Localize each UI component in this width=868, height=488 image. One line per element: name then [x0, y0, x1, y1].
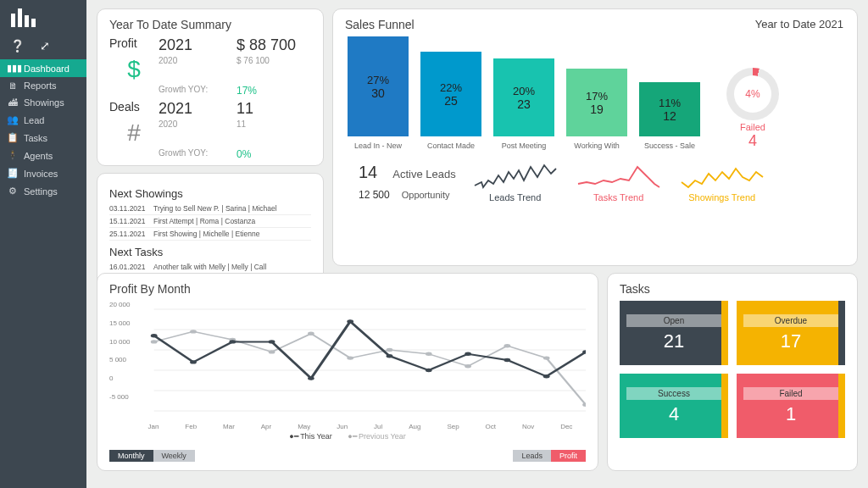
task-label: Failed: [743, 387, 839, 400]
legend-this: This Year: [300, 432, 332, 441]
sparkline: Leads Trend: [473, 162, 558, 202]
funnel-bar: 27% 30: [348, 36, 409, 136]
date: 15.11.2021: [109, 217, 145, 225]
nav-invoices[interactable]: 🧾Invoices: [0, 164, 86, 182]
ytd-value: 11: [236, 100, 304, 118]
nav-showings[interactable]: 🏙Showings: [0, 94, 86, 111]
sidebar: ❔ ⤢ ▮▮▮Dashboard 🗎Reports 🏙Showings 👥Lea…: [0, 0, 86, 488]
ytd-icon: $: [109, 56, 159, 83]
invoice-icon: 🧾: [7, 168, 19, 179]
x-tick: Oct: [486, 423, 496, 430]
svg-point-26: [308, 376, 314, 380]
task-accent: [721, 301, 728, 365]
nav-tasks[interactable]: 📋Tasks: [0, 129, 86, 147]
task-box[interactable]: Failed 1: [737, 374, 845, 438]
expand-icon[interactable]: ⤢: [40, 39, 50, 53]
funnel-pct: 27%: [367, 74, 389, 86]
doc-icon: 🗎: [7, 80, 19, 91]
funnel-bar: 11% 12: [639, 82, 700, 136]
svg-point-18: [465, 364, 471, 368]
svg-point-27: [347, 319, 353, 323]
funnel-bar: 17% 19: [566, 69, 627, 136]
svg-point-19: [504, 344, 511, 347]
list-item[interactable]: 16.01.2021Another talk with Melly | Mell…: [109, 261, 311, 274]
funnel-label: Contact Made: [427, 141, 475, 150]
nav-lead[interactable]: 👥Lead: [0, 111, 86, 129]
funnel-pct: 22%: [440, 81, 462, 94]
ytd-growth-label: Growth YOY:: [159, 85, 236, 97]
svg-point-14: [308, 332, 314, 336]
clipboard-icon: 📋: [7, 132, 19, 143]
building-icon: 🏙: [7, 97, 19, 108]
funnel-stage[interactable]: 11% 12 Success - Sale: [637, 82, 703, 150]
task-label: Success: [626, 387, 722, 400]
next-tasks-title: Next Tasks: [109, 246, 311, 258]
spark-label: Showings Trend: [688, 192, 755, 202]
nav-reports[interactable]: 🗎Reports: [0, 77, 86, 94]
funnel-stage[interactable]: 17% 19 Working With: [564, 69, 630, 150]
x-tick: Jul: [374, 423, 382, 430]
funnel-label: Post Meeting: [502, 141, 547, 150]
svg-rect-2: [25, 15, 29, 27]
desc: First Attempt | Roma | Costanza: [153, 217, 255, 225]
x-tick: Feb: [185, 423, 197, 430]
x-tick: Jun: [337, 423, 348, 430]
date: 03.11.2021: [109, 204, 145, 213]
nav-settings[interactable]: ⚙Settings: [0, 182, 86, 200]
legend-prev: Previous Year: [359, 432, 406, 441]
svg-point-10: [151, 340, 158, 343]
list-item[interactable]: 25.11.2021First Showing | Michelle | Eti…: [109, 228, 311, 241]
funnel-stage[interactable]: 27% 30 Lead In - New: [345, 36, 411, 150]
list-item[interactable]: 15.11.2021First Attempt | Roma | Costanz…: [109, 215, 311, 228]
nav-dashboard[interactable]: ▮▮▮Dashboard: [0, 59, 86, 77]
help-icon[interactable]: ❔: [10, 39, 25, 53]
funnel-stage[interactable]: 20% 23 Post Meeting: [491, 58, 557, 150]
task-label: Overdue: [743, 314, 839, 327]
task-value: 1: [786, 403, 796, 425]
task-box[interactable]: Success 4: [620, 374, 728, 438]
svg-rect-3: [31, 19, 36, 27]
ytd-row: Deals 2021 11 # 2020 11 Growth YOY: 0%: [109, 100, 311, 160]
failed-count: 4: [726, 132, 779, 150]
funnel-label: Working With: [574, 141, 619, 150]
funnel-label: Lead In - New: [354, 141, 402, 150]
list-item[interactable]: 03.11.2021Trying to Sell New P. | Sarina…: [109, 202, 311, 215]
svg-point-17: [426, 352, 432, 356]
ytd-summary-card: Year To Date Summary Profit 2021 $ 88 70…: [97, 8, 324, 166]
ytd-title: Year To Date Summary: [109, 18, 311, 31]
tasks-title: Tasks: [620, 282, 845, 296]
ytd-row: Profit 2021 $ 88 700 $ 2020 $ 76 100 Gro…: [109, 36, 311, 97]
nav-label: Lead: [24, 115, 44, 125]
y-tick: -5 000: [109, 393, 130, 401]
task-value: 17: [781, 330, 801, 352]
opportunity-label: Opportunity: [402, 190, 450, 200]
tab-weekly[interactable]: Weekly: [153, 450, 195, 462]
svg-point-31: [504, 358, 511, 362]
funnel-stage[interactable]: 22% 25 Contact Made: [418, 52, 484, 150]
task-accent: [838, 301, 845, 365]
y-tick: 0: [109, 374, 130, 382]
funnel-count: 25: [444, 94, 458, 108]
failed-donut: 4% Failed 4: [726, 64, 779, 150]
nav-label: Settings: [24, 186, 58, 197]
task-box[interactable]: Open 21: [620, 301, 728, 365]
tab-profit[interactable]: Profit: [551, 450, 586, 462]
x-tick: Mar: [223, 423, 235, 430]
task-box[interactable]: Overdue 17: [737, 301, 845, 365]
active-leads-label: Active Leads: [392, 168, 455, 180]
svg-rect-0: [11, 14, 15, 27]
failed-pct: 4%: [734, 75, 771, 113]
nav-label: Tasks: [24, 133, 47, 143]
svg-rect-1: [18, 8, 22, 27]
tab-monthly[interactable]: Monthly: [109, 450, 153, 462]
nav-label: Showings: [24, 97, 64, 108]
ytd-icon: #: [109, 119, 159, 147]
nav-agents[interactable]: 🕴Agents: [0, 147, 86, 164]
sparkline: Showings Trend: [680, 162, 765, 202]
nav-label: Invoices: [24, 169, 58, 179]
funnel-count: 23: [517, 97, 531, 111]
tab-leads[interactable]: Leads: [513, 450, 551, 462]
ytd-prev-value: $ 76 100: [236, 56, 304, 83]
funnel-pct: 20%: [513, 85, 535, 97]
profit-title: Profit By Month: [109, 282, 586, 296]
